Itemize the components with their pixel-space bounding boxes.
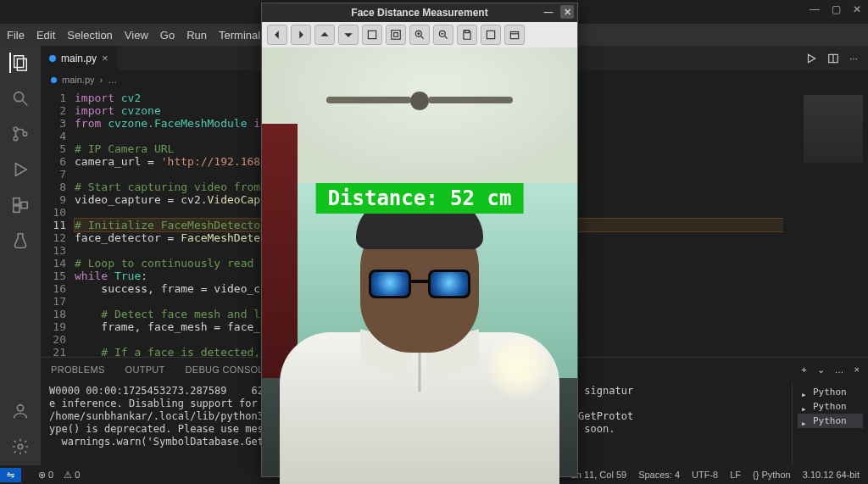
status-language[interactable]: {} Python — [753, 470, 791, 480]
opencv-titlebar[interactable]: Face Distance Measurement — ✕ — [262, 3, 577, 22]
account-icon[interactable] — [10, 401, 31, 421]
zoom-in-icon[interactable] — [409, 25, 430, 45]
cv-minimize-icon[interactable]: — — [542, 5, 555, 19]
up-icon[interactable] — [314, 25, 335, 45]
down-icon[interactable] — [338, 25, 359, 45]
back-icon[interactable] — [267, 25, 287, 45]
menu-go[interactable]: Go — [160, 29, 175, 42]
fit-icon[interactable] — [386, 25, 406, 45]
panel-tab-output[interactable]: OUTPUT — [115, 364, 175, 375]
explorer-icon[interactable] — [9, 53, 30, 73]
svg-point-11 — [17, 405, 23, 411]
opencv-toolbar — [262, 22, 577, 47]
os-close-icon[interactable]: ✕ — [853, 3, 861, 15]
menu-run[interactable]: Run — [186, 29, 207, 42]
status-warnings[interactable]: ⚠ 0 — [64, 470, 80, 481]
new-terminal-icon[interactable]: + — [801, 364, 806, 376]
opencv-video-frame: Distance: 52 cm — [262, 47, 577, 476]
panel-more-icon[interactable]: … — [835, 364, 844, 376]
minimap[interactable] — [783, 88, 868, 357]
svg-rect-16 — [368, 31, 376, 38]
menu-selection[interactable]: Selection — [67, 29, 112, 42]
forward-icon[interactable] — [291, 25, 311, 45]
testing-icon[interactable] — [10, 231, 31, 251]
source-control-icon[interactable] — [10, 124, 31, 144]
svg-rect-8 — [14, 198, 19, 204]
terminal-list-item[interactable]: ▸Python — [798, 414, 863, 428]
svg-rect-10 — [21, 202, 27, 208]
svg-rect-17 — [392, 31, 401, 40]
svg-point-12 — [18, 444, 23, 449]
svg-rect-9 — [14, 206, 19, 212]
svg-line-3 — [23, 101, 28, 106]
grid-icon[interactable] — [481, 25, 501, 45]
os-minimize-icon[interactable]: — — [810, 3, 820, 15]
svg-line-20 — [421, 36, 424, 39]
status-python-version[interactable]: 3.10.12 64-bit — [803, 470, 860, 480]
menu-terminal[interactable]: Terminal — [219, 29, 260, 42]
cv-close-icon[interactable]: ✕ — [560, 5, 574, 19]
svg-rect-18 — [394, 33, 398, 37]
terminal-list-item[interactable]: ▸Python — [798, 385, 863, 399]
tab-filename: main.py — [61, 53, 97, 64]
split-editor-icon[interactable] — [827, 53, 839, 64]
status-errors[interactable]: ⊗ 0 — [38, 470, 53, 481]
terminal-list-item[interactable]: ▸Python — [798, 399, 863, 414]
svg-line-24 — [445, 36, 448, 39]
svg-rect-28 — [510, 32, 518, 39]
opencv-window[interactable]: Face Distance Measurement — ✕ Distance: … — [261, 3, 578, 477]
svg-rect-26 — [465, 31, 470, 33]
properties-icon[interactable] — [504, 25, 525, 45]
run-debug-icon[interactable] — [10, 159, 31, 180]
opencv-title: Face Distance Measurement — [351, 7, 487, 19]
terminal-list: ▸Python▸Python▸Python — [792, 381, 868, 465]
svg-rect-0 — [14, 56, 24, 68]
python-file-icon — [49, 55, 56, 62]
python-file-icon — [51, 77, 57, 83]
svg-point-5 — [14, 136, 18, 141]
extensions-icon[interactable] — [10, 195, 31, 215]
zoom-out-icon[interactable] — [433, 25, 453, 45]
svg-point-2 — [14, 92, 24, 102]
run-file-icon[interactable] — [805, 53, 817, 64]
status-indent[interactable]: Spaces: 4 — [638, 470, 680, 480]
panel-close-icon[interactable]: × — [854, 364, 860, 376]
status-encoding[interactable]: UTF-8 — [692, 470, 718, 480]
svg-marker-13 — [808, 54, 815, 62]
activity-bar — [0, 46, 41, 465]
save-icon[interactable] — [457, 25, 477, 45]
remote-indicator[interactable]: ⇋ — [0, 468, 21, 482]
status-cursor-pos[interactable]: Ln 11, Col 59 — [571, 470, 626, 480]
terminal-dropdown-icon[interactable]: ⌄ — [817, 364, 825, 376]
menu-view[interactable]: View — [125, 29, 148, 42]
distance-overlay: Distance: 52 cm — [316, 183, 524, 214]
menu-edit[interactable]: Edit — [36, 29, 55, 42]
more-icon[interactable]: ··· — [849, 53, 858, 64]
tab-main-py[interactable]: main.py × — [41, 46, 118, 70]
svg-rect-27 — [487, 31, 494, 38]
tab-close-icon[interactable]: × — [102, 52, 108, 64]
os-maximize-icon[interactable]: ▢ — [832, 3, 841, 15]
svg-rect-1 — [17, 58, 26, 70]
panel-tab-problems[interactable]: PROBLEMS — [41, 364, 115, 375]
home-icon[interactable] — [362, 25, 382, 45]
settings-icon[interactable] — [10, 437, 31, 457]
search-icon[interactable] — [10, 88, 31, 108]
svg-point-4 — [14, 127, 18, 131]
svg-point-6 — [23, 132, 27, 136]
menu-file[interactable]: File — [7, 29, 25, 42]
status-eol[interactable]: LF — [730, 470, 741, 480]
svg-marker-7 — [16, 164, 27, 176]
